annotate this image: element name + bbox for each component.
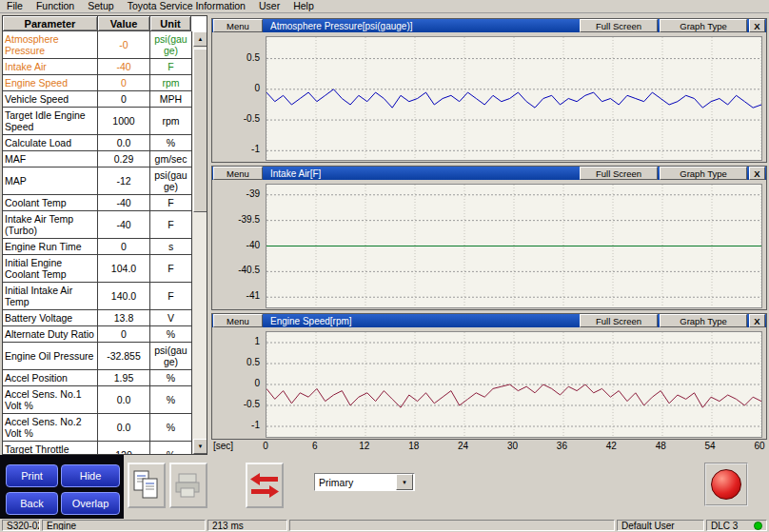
table-row[interactable]: Alternate Duty Ratio0% [3, 326, 191, 343]
scroll-down-icon[interactable]: ▼ [193, 439, 207, 454]
full-screen-button[interactable]: Full Screen [580, 314, 658, 327]
y-tick-label: -39 [212, 188, 260, 200]
menu-toyota-service-information[interactable]: Toyota Service Information [121, 0, 252, 12]
x-tick-label: 48 [652, 441, 669, 451]
x-axis: [sec] 06121824303642485460 [211, 440, 767, 455]
table-row[interactable]: Coolant Temp-40F [3, 195, 191, 211]
table-row[interactable]: Initial Engine Coolant Temp104.0F [3, 255, 191, 283]
y-tick-label: -41 [212, 290, 260, 302]
table-scrollbar[interactable]: ▲ ▼ [191, 31, 207, 454]
table-row[interactable]: Intake Air Temp (Turbo)-40F [3, 211, 191, 239]
data-list-button[interactable] [128, 463, 166, 508]
chart-menu-button[interactable]: Menu [213, 19, 263, 32]
full-screen-button[interactable]: Full Screen [580, 19, 658, 32]
app-window: FileFunctionSetupToyota Service Informat… [0, 0, 769, 532]
table-row[interactable]: Intake Air-40F [3, 59, 191, 75]
table-row[interactable]: Target Idle Engine Speed1000rpm [3, 108, 191, 135]
x-tick-label: 6 [306, 441, 324, 451]
menu-setup[interactable]: Setup [81, 0, 120, 12]
param-value: 13.8 [98, 310, 150, 325]
param-unit: MPH [150, 91, 191, 107]
param-unit: F [150, 195, 191, 210]
param-name: Initial Engine Coolant Temp [3, 255, 98, 282]
back-button[interactable]: Back [6, 492, 58, 515]
printer-icon [174, 471, 203, 500]
table-row[interactable]: Battery Voltage13.8V [3, 310, 191, 326]
y-tick-label: -1 [212, 420, 260, 431]
table-row[interactable]: Accel Sens. No.2 Volt %0.0% [3, 414, 191, 442]
print-preview-button[interactable] [169, 463, 207, 508]
table-row[interactable]: Engine Speed0rpm [3, 75, 191, 91]
table-row[interactable]: Engine Run Time0s [3, 239, 191, 255]
chart-menu-button[interactable]: Menu [213, 167, 263, 180]
graph-type-button[interactable]: Graph Type [660, 19, 747, 32]
param-name: Target Idle Engine Speed [3, 108, 98, 134]
hide-button[interactable]: Hide [61, 464, 120, 487]
param-value: 104.0 [98, 255, 150, 282]
table-row[interactable]: Accel Position1.95% [3, 370, 191, 386]
param-value: 1.95 [98, 370, 150, 385]
param-unit: s [150, 239, 191, 254]
scroll-up-icon[interactable]: ▲ [193, 31, 207, 47]
status-version: S320-02 [2, 520, 40, 531]
swap-display-button[interactable] [246, 463, 284, 508]
param-name: Engine Run Time [3, 239, 98, 254]
param-name: Target Throttle Position [3, 442, 98, 455]
chart-menu-button[interactable]: Menu [213, 314, 263, 327]
table-row[interactable]: Accel Sens. No.1 Volt %0.0% [3, 386, 191, 414]
button-panel: Print Hide Back Overlap [0, 455, 124, 519]
param-value: 0.0 [98, 414, 150, 441]
table-row[interactable]: Engine Oil Pressure-32.855psi(gauge) [3, 343, 191, 370]
x-tick-label: 0 [257, 441, 274, 451]
status-spacer [289, 520, 615, 531]
record-button[interactable] [711, 469, 741, 500]
param-value: 120 [98, 442, 150, 455]
table-row[interactable]: MAF0.29gm/sec [3, 151, 191, 167]
param-value: -40 [98, 211, 150, 238]
y-tick-label: 1 [212, 336, 260, 347]
x-tick-label: 42 [602, 441, 620, 451]
chart-close-button[interactable]: X [749, 19, 765, 32]
param-unit: % [150, 442, 191, 455]
display-mode-select[interactable]: Primary ▼ [314, 473, 415, 491]
print-button[interactable]: Print [6, 464, 58, 487]
param-name: Intake Air Temp (Turbo) [3, 211, 98, 238]
x-tick-label: 36 [553, 441, 570, 451]
menu-file[interactable]: File [0, 0, 30, 12]
param-value: -40 [98, 59, 150, 74]
x-tick-label: 12 [356, 441, 373, 451]
param-unit: psi(gauge) [150, 31, 191, 58]
chart-panel-engine-speed: Menu Engine Speed[rpm] Full Screen Graph… [211, 313, 767, 440]
chart-canvas [266, 36, 762, 161]
x-tick-label: 30 [504, 441, 522, 451]
param-name: Atmosphere Pressure [3, 31, 98, 58]
y-tick-label: 0 [212, 83, 260, 94]
column-header-parameter: Parameter [3, 16, 98, 31]
table-row[interactable]: Calculate Load0.0% [3, 135, 191, 151]
param-name: MAF [3, 151, 98, 167]
full-screen-button[interactable]: Full Screen [580, 167, 658, 180]
chart-panel-intake-air: Menu Intake Air[F] Full Screen Graph Typ… [211, 166, 767, 310]
table-row[interactable]: MAP-12psi(gauge) [3, 167, 191, 195]
table-row[interactable]: Vehicle Speed0MPH [3, 91, 191, 108]
overlap-button[interactable]: Overlap [61, 492, 120, 515]
graph-type-button[interactable]: Graph Type [660, 314, 747, 327]
menu-function[interactable]: Function [30, 0, 81, 12]
y-tick-label: 0 [212, 378, 260, 389]
y-tick-label: -0.5 [212, 399, 260, 410]
chart-canvas [266, 184, 762, 308]
table-row[interactable]: Atmosphere Pressure-0psi(gauge) [3, 31, 191, 59]
chart-titlebar: Menu Intake Air[F] Full Screen Graph Typ… [212, 167, 766, 180]
graph-type-button[interactable]: Graph Type [660, 167, 747, 180]
chevron-down-icon[interactable]: ▼ [396, 474, 413, 490]
chart-close-button[interactable]: X [749, 314, 765, 327]
menu-user[interactable]: User [252, 0, 286, 12]
table-row[interactable]: Initial Intake Air Temp140.0F [3, 283, 191, 310]
scrollbar-thumb[interactable] [193, 49, 207, 212]
menu-help[interactable]: Help [286, 0, 321, 12]
table-row[interactable]: Target Throttle Position120% [3, 442, 191, 455]
param-name: Calculate Load [3, 135, 98, 150]
chart-close-button[interactable]: X [749, 167, 765, 180]
x-tick-label: 60 [751, 441, 768, 451]
param-name: Coolant Temp [3, 195, 98, 210]
